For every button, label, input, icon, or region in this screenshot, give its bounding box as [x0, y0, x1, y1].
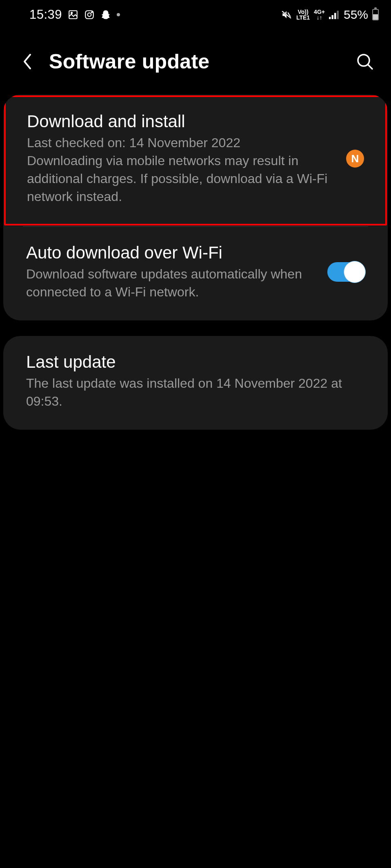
instagram-icon: [84, 9, 95, 20]
last-update-sub: The last update was installed on 14 Nove…: [26, 374, 365, 410]
svg-point-1: [71, 12, 72, 13]
mute-icon: [281, 9, 292, 20]
settings-card-2: Last update The last update was installe…: [3, 336, 388, 430]
signal-icon: [329, 10, 340, 19]
status-time: 15:39: [29, 7, 62, 22]
volte-indicator: Vo)) LTE1: [296, 9, 310, 20]
svg-rect-11: [337, 11, 338, 19]
svg-point-4: [91, 12, 92, 13]
auto-wifi-toggle[interactable]: [327, 262, 365, 282]
back-button[interactable]: [20, 52, 33, 71]
download-install-item[interactable]: Download and install Last checked on: 14…: [4, 95, 387, 225]
auto-wifi-title: Auto download over Wi-Fi: [26, 243, 316, 263]
status-bar: 15:39: [0, 0, 391, 29]
svg-rect-8: [329, 17, 331, 19]
svg-point-3: [88, 13, 91, 17]
download-install-sub: Last checked on: 14 November 2022 Downlo…: [27, 134, 335, 206]
network-gen-indicator: 4G+ ↓↑: [314, 9, 325, 20]
svg-line-13: [368, 65, 372, 69]
more-notifications-dot: [117, 13, 120, 16]
last-update-item[interactable]: Last update The last update was installe…: [3, 336, 388, 430]
page-title: Software update: [49, 50, 340, 73]
svg-rect-10: [334, 13, 336, 19]
battery-icon: [372, 9, 379, 20]
snapchat-icon: [100, 9, 111, 20]
page-header: Software update: [0, 29, 391, 90]
svg-rect-9: [331, 15, 333, 19]
battery-percent: 55%: [344, 8, 368, 22]
last-update-title: Last update: [26, 352, 365, 372]
new-badge: N: [346, 150, 364, 168]
toggle-knob: [344, 261, 366, 283]
auto-download-wifi-item[interactable]: Auto download over Wi-Fi Download softwa…: [3, 227, 388, 320]
search-button[interactable]: [355, 52, 375, 71]
gallery-icon: [68, 9, 78, 20]
download-install-title: Download and install: [27, 112, 335, 131]
status-right: Vo)) LTE1 4G+ ↓↑ 55%: [281, 8, 379, 22]
settings-card-1: Download and install Last checked on: 14…: [3, 95, 388, 320]
status-left: 15:39: [29, 7, 120, 22]
auto-wifi-sub: Download software updates automatically …: [26, 265, 316, 301]
